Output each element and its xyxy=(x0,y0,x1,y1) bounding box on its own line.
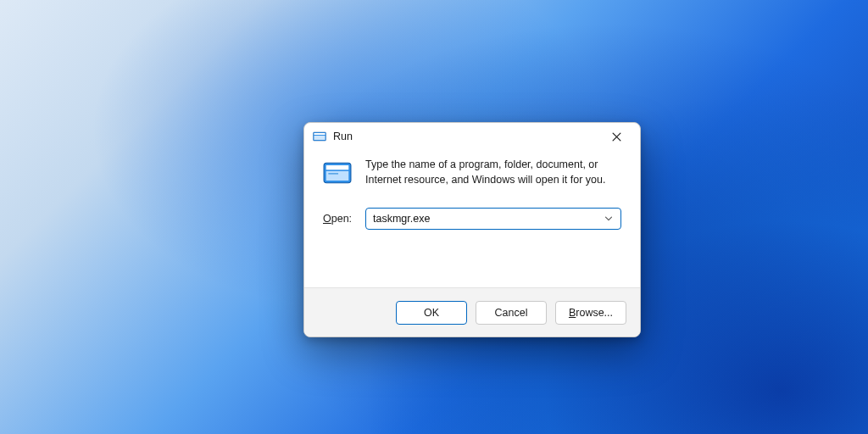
run-title-icon xyxy=(313,130,326,143)
dialog-title: Run xyxy=(333,131,353,142)
open-label: Open: xyxy=(323,213,357,225)
dialog-content: Type the name of a program, folder, docu… xyxy=(304,150,640,287)
combobox-dropdown-button[interactable] xyxy=(601,208,616,230)
window-close-button[interactable] xyxy=(598,125,635,148)
close-icon xyxy=(612,132,621,142)
chevron-down-icon xyxy=(604,214,613,223)
browse-button[interactable]: Browse... xyxy=(555,301,626,325)
titlebar[interactable]: Run xyxy=(304,123,640,150)
svg-rect-5 xyxy=(326,171,349,181)
ok-button[interactable]: OK xyxy=(396,301,467,325)
svg-rect-2 xyxy=(314,136,326,140)
dialog-footer: OK Cancel Browse... xyxy=(304,287,640,337)
svg-rect-4 xyxy=(326,165,349,170)
cancel-button[interactable]: Cancel xyxy=(476,301,547,325)
open-input[interactable] xyxy=(365,208,621,230)
open-combobox[interactable] xyxy=(365,208,621,230)
svg-rect-1 xyxy=(314,133,326,135)
dialog-description: Type the name of a program, folder, docu… xyxy=(365,157,621,187)
svg-rect-6 xyxy=(328,173,338,175)
run-dialog: Run Type the name of a program, folder, … xyxy=(303,122,641,337)
run-dialog-icon xyxy=(323,159,352,187)
